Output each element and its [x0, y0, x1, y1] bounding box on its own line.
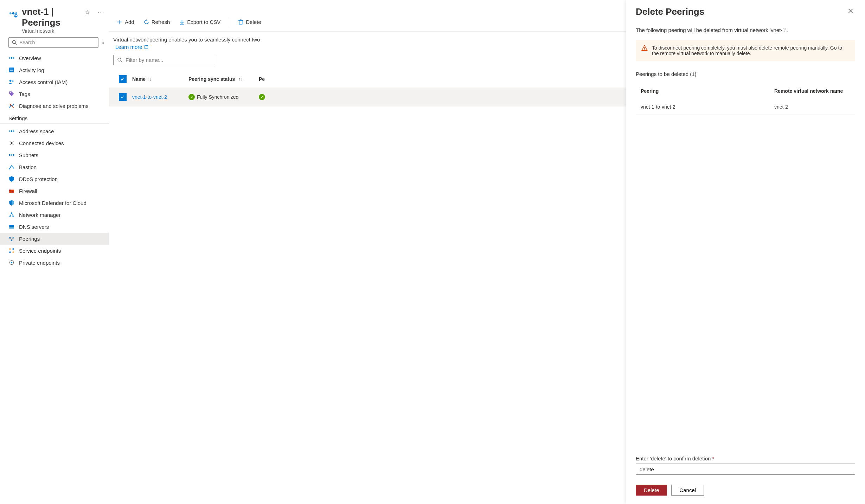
col-peering: Peering	[641, 88, 774, 94]
panel-title: Delete Peerings	[636, 6, 704, 17]
filter-input[interactable]	[126, 57, 211, 63]
nav-activity-log[interactable]: Activity log	[0, 64, 109, 76]
select-all-checkbox[interactable]: ✓	[119, 75, 127, 83]
svg-point-8	[13, 57, 14, 59]
sidebar-search-input[interactable]	[19, 40, 95, 45]
nav-tags[interactable]: Tags	[0, 88, 109, 100]
learn-more-label: Learn more	[115, 44, 142, 50]
svg-point-61	[644, 50, 645, 50]
nav-label: Access control (IAM)	[19, 79, 68, 85]
svg-point-15	[9, 130, 11, 132]
nav-label: Bastion	[19, 164, 37, 170]
refresh-icon	[143, 19, 149, 25]
more-menu-icon[interactable]: ⋯	[96, 6, 106, 18]
favorite-star-icon[interactable]: ☆	[82, 6, 92, 18]
svg-point-44	[12, 252, 14, 253]
nav-label: DDoS protection	[19, 176, 58, 182]
nav-peerings[interactable]: Peerings	[0, 233, 109, 245]
close-panel-button[interactable]	[846, 6, 855, 17]
panel-table-header: Peering Remote virtual network name	[636, 83, 855, 99]
svg-line-27	[12, 166, 14, 169]
nav-private-endpoints[interactable]: Private endpoints	[0, 257, 109, 269]
svg-point-16	[11, 130, 13, 132]
sort-icon: ↑↓	[238, 77, 243, 82]
firewall-icon	[8, 188, 15, 194]
delete-button[interactable]: Delete	[234, 17, 264, 27]
sort-icon: ↑↓	[147, 77, 151, 82]
nav-label: Overview	[19, 55, 41, 61]
svg-rect-10	[10, 69, 13, 70]
svg-rect-29	[9, 190, 11, 191]
nav-defender[interactable]: Microsoft Defender for Cloud	[0, 197, 109, 209]
nav-label: Service endpoints	[19, 248, 61, 254]
main-content: Add Refresh Export to CSV Delete Virtual…	[109, 0, 865, 504]
confirm-delete-input[interactable]	[636, 464, 855, 475]
network-manager-icon	[8, 212, 15, 218]
nav-label: Address space	[19, 128, 54, 134]
nav-access-control[interactable]: Access control (IAM)	[0, 76, 109, 88]
nav-address-space[interactable]: Address space	[0, 125, 109, 137]
panel-table-row: vnet-1-to-vnet-2 vnet-2	[636, 99, 855, 115]
download-icon	[179, 19, 185, 25]
warning-box: To disconnect peering completely, you mu…	[636, 40, 855, 61]
svg-point-2	[15, 12, 17, 14]
nav-label: DNS servers	[19, 224, 49, 230]
svg-point-13	[12, 80, 14, 82]
overview-icon	[8, 55, 15, 61]
peering-name-link[interactable]: vnet-1-to-vnet-2	[132, 94, 188, 100]
connected-devices-icon	[8, 140, 15, 146]
nav-label: Network manager	[19, 212, 60, 218]
export-button[interactable]: Export to CSV	[175, 17, 224, 27]
refresh-button[interactable]: Refresh	[140, 17, 174, 27]
collapse-sidebar-icon[interactable]: «	[101, 40, 104, 45]
nav-connected-devices[interactable]: Connected devices	[0, 137, 109, 149]
sidebar: vnet-1 | Peerings Virtual network ☆ ⋯ « …	[0, 0, 109, 504]
svg-rect-36	[9, 225, 14, 227]
confirm-delete-button[interactable]: Delete	[636, 485, 667, 496]
bastion-icon	[8, 164, 15, 170]
column-peer[interactable]: Pe	[259, 76, 280, 82]
nav-firewall[interactable]: Firewall	[0, 185, 109, 197]
nav-diagnose[interactable]: Diagnose and solve problems	[0, 100, 109, 112]
learn-more-link[interactable]: Learn more	[109, 43, 155, 55]
svg-line-21	[9, 143, 12, 145]
nav-label: Connected devices	[19, 140, 64, 146]
refresh-label: Refresh	[152, 19, 170, 25]
svg-rect-37	[9, 227, 14, 229]
nav-service-endpoints[interactable]: Service endpoints	[0, 245, 109, 257]
nav-label: Microsoft Defender for Cloud	[19, 200, 86, 206]
nav-ddos[interactable]: DDoS protection	[0, 173, 109, 185]
close-icon	[847, 8, 854, 14]
tags-icon	[8, 91, 15, 97]
peering-cell: vnet-1-to-vnet-2	[641, 104, 774, 110]
external-link-icon	[144, 45, 149, 50]
svg-point-1	[12, 12, 15, 15]
svg-point-0	[9, 12, 12, 14]
nav-label: Tags	[19, 91, 30, 97]
nav-dns-servers[interactable]: DNS servers	[0, 221, 109, 233]
svg-point-43	[9, 252, 11, 253]
row-checkbox[interactable]: ✓	[119, 93, 127, 101]
svg-point-42	[12, 248, 14, 250]
nav-label: Activity log	[19, 67, 44, 73]
svg-point-41	[9, 248, 11, 250]
delete-label: Delete	[246, 19, 261, 25]
activity-log-icon	[8, 67, 15, 73]
sidebar-search[interactable]	[8, 37, 98, 48]
filter-box[interactable]	[113, 55, 215, 65]
nav-bastion[interactable]: Bastion	[0, 161, 109, 173]
svg-line-34	[10, 213, 12, 217]
svg-line-5	[15, 43, 17, 45]
column-name[interactable]: Name↑↓	[132, 76, 188, 82]
required-asterisk: *	[712, 455, 715, 461]
svg-line-57	[121, 61, 122, 62]
nav-overview[interactable]: Overview	[0, 52, 109, 64]
column-sync[interactable]: Peering sync status↑↓	[188, 76, 259, 82]
warning-icon	[641, 45, 648, 51]
nav-subnets[interactable]: Subnets	[0, 149, 109, 161]
cancel-button[interactable]: Cancel	[671, 485, 704, 496]
nav-network-manager[interactable]: Network manager	[0, 209, 109, 221]
svg-point-25	[13, 154, 14, 156]
add-label: Add	[125, 19, 134, 25]
add-button[interactable]: Add	[113, 17, 138, 27]
